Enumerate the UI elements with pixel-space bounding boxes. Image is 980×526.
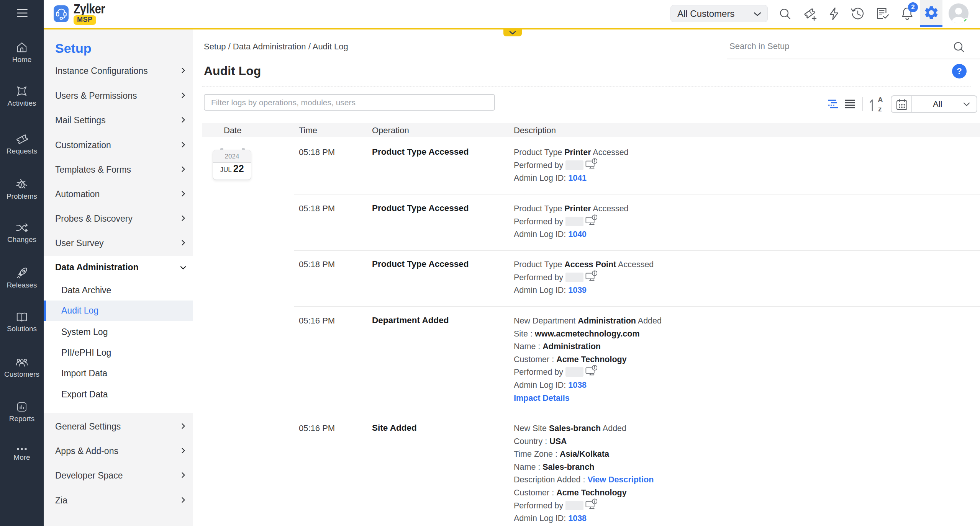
svg-text:z: z	[878, 105, 882, 113]
svg-text:A: A	[878, 96, 883, 104]
